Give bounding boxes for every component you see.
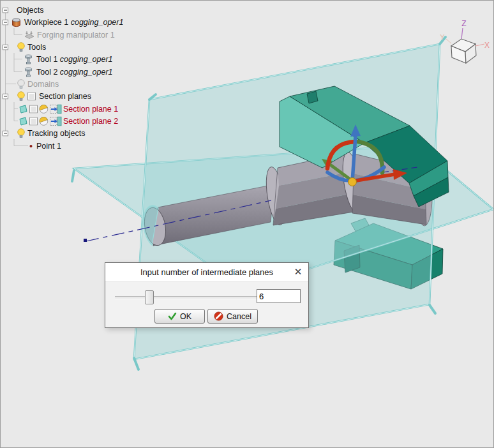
tree-label: Section plane 1 [63,105,118,114]
section-cut-icon[interactable] [39,105,49,114]
collapse-expander-icon[interactable] [3,44,8,50]
dialog-body: OK Cancel [105,282,308,327]
tree-row-section-planes[interactable]: Section planes [1,90,173,102]
tool-icon [24,67,33,77]
operation-suffix: cogging_oper1 [60,55,113,64]
tree-row-section-plane-2[interactable]: Section plane 2 [1,115,173,127]
gizmo-origin-ball [348,178,357,186]
tracking-point-marker [84,239,87,242]
dialog-title: Input number of intermediate planes [140,267,273,277]
dialog-title-bar[interactable]: Input number of intermediate planes ✕ [105,263,308,282]
tree-row-tool-2[interactable]: Tool 2 cogging_oper1 [1,66,173,78]
y-axis-label: Y [440,33,445,41]
collapse-expander-icon[interactable] [3,19,8,25]
tree-label: Tool 2 cogging_oper1 [36,68,113,77]
collapse-expander-icon[interactable] [3,93,8,99]
manipulator-icon [24,31,35,40]
navigation-cube[interactable]: Z X Y [440,19,490,63]
x-axis-label: X [484,41,490,50]
operation-suffix: cogging_oper1 [71,18,124,27]
tree-label: Section plane 2 [63,117,118,126]
tree-row-objects[interactable]: Objects [1,4,173,16]
y-axis-line [446,39,451,43]
tree-row-workpiece[interactable]: Workpiece 1 cogging_oper1 [1,16,173,28]
lightbulb-off-icon[interactable] [17,79,25,89]
collapse-expander-icon[interactable] [3,130,8,136]
z-axis-label: Z [461,19,466,28]
planes-count-input[interactable] [257,289,301,303]
tree-label: Forging manipulator 1 [37,31,115,40]
ok-label: OK [180,312,191,321]
tree-label: Section planes [39,92,91,101]
object-tree: Objects Workpiece 1 cogging_oper1 [1,1,173,157]
checkbox-unchecked[interactable] [27,92,36,100]
planes-slider[interactable] [115,290,257,304]
checkbox-unchecked[interactable] [29,117,38,125]
app-window: Z X Y Objects [0,0,494,448]
lightbulb-icon[interactable] [17,91,25,101]
tree-label: Point 1 [36,142,61,151]
tree-row-domains[interactable]: Domains [1,78,173,90]
assign-plane-icon[interactable] [50,104,62,114]
plane-icon[interactable] [19,104,28,114]
tree-row-tool-1[interactable]: Tool 1 cogging_oper1 [1,53,173,65]
collapse-expander-icon[interactable] [3,7,8,13]
z-axis-line [461,28,463,39]
intermediate-planes-dialog: Input number of intermediate planes ✕ OK [105,262,309,328]
slider-thumb[interactable] [145,290,154,304]
x-axis-line [475,44,484,46]
prohibition-icon [214,311,223,321]
slider-track[interactable] [115,296,257,299]
tree-row-tools[interactable]: Tools [1,41,173,53]
ok-button[interactable]: OK [154,309,205,324]
tree-label: Tool 1 cogging_oper1 [36,55,113,64]
plane-icon[interactable] [19,116,28,126]
cancel-button[interactable]: Cancel [207,309,258,324]
tree-label: Domains [27,80,59,89]
workpiece-icon [11,17,22,27]
tool-icon [24,54,33,64]
close-icon[interactable]: ✕ [292,266,304,278]
tree-label: Tracking objects [27,129,86,138]
checkbox-unchecked[interactable] [29,105,38,113]
check-icon [168,312,177,320]
tree-label: Workpiece 1 cogging_oper1 [24,18,123,27]
tree-row-point-1[interactable]: Point 1 [1,140,173,152]
point-bullet-icon [29,144,33,147]
tree-label: Objects [17,6,43,15]
section-cut-icon[interactable] [39,117,49,126]
tree-row-tracking-objects[interactable]: Tracking objects [1,127,173,139]
lightbulb-icon[interactable] [17,128,25,138]
tree-row-forging-manipulator[interactable]: Forging manipulator 1 [1,29,173,41]
assign-plane-icon[interactable] [50,116,62,126]
cancel-label: Cancel [227,312,251,321]
tree-row-section-plane-1[interactable]: Section plane 1 [1,103,173,115]
lightbulb-icon[interactable] [17,42,25,52]
tree-label: Tools [27,43,46,52]
operation-suffix: cogging_oper1 [60,68,113,77]
